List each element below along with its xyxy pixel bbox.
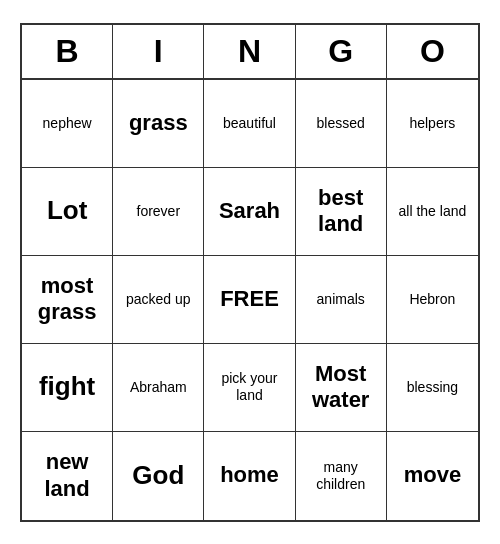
bingo-header-letter: G [296,25,387,78]
bingo-cell: best land [296,168,387,256]
bingo-cell: packed up [113,256,204,344]
bingo-header-letter: O [387,25,478,78]
bingo-cell: forever [113,168,204,256]
bingo-cell: grass [113,80,204,168]
bingo-cell: animals [296,256,387,344]
bingo-cell: blessed [296,80,387,168]
bingo-cell: move [387,432,478,520]
bingo-cell: home [204,432,295,520]
bingo-cell: God [113,432,204,520]
bingo-cell: pick your land [204,344,295,432]
bingo-cell: beautiful [204,80,295,168]
bingo-cell: Lot [22,168,113,256]
bingo-card: BINGO nephewgrassbeautifulblessedhelpers… [20,23,480,522]
bingo-grid: nephewgrassbeautifulblessedhelpersLotfor… [22,80,478,520]
bingo-header: BINGO [22,25,478,80]
bingo-cell: Hebron [387,256,478,344]
bingo-cell: all the land [387,168,478,256]
bingo-cell: many children [296,432,387,520]
bingo-cell: helpers [387,80,478,168]
bingo-cell: FREE [204,256,295,344]
bingo-cell: Sarah [204,168,295,256]
bingo-cell: fight [22,344,113,432]
bingo-cell: most grass [22,256,113,344]
bingo-header-letter: B [22,25,113,78]
bingo-cell: nephew [22,80,113,168]
bingo-cell: blessing [387,344,478,432]
bingo-header-letter: I [113,25,204,78]
bingo-header-letter: N [204,25,295,78]
bingo-cell: Most water [296,344,387,432]
bingo-cell: Abraham [113,344,204,432]
bingo-cell: new land [22,432,113,520]
